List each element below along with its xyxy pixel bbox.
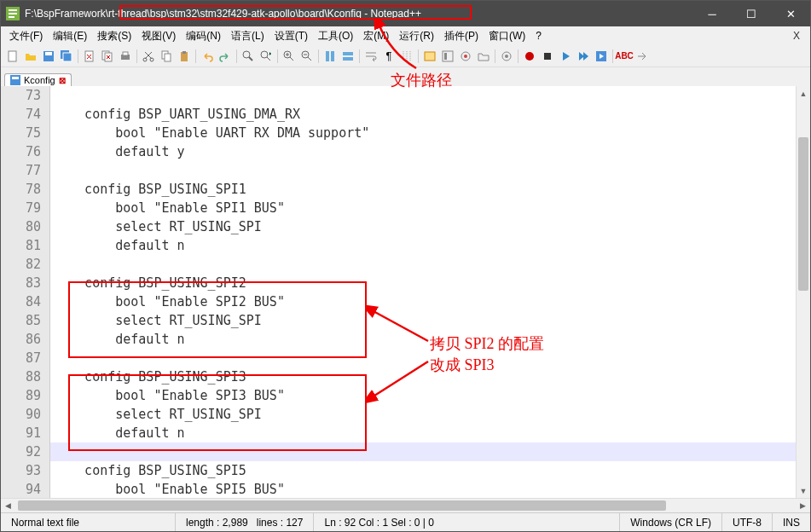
paste-icon[interactable] — [176, 48, 193, 65]
save-all-icon[interactable] — [58, 48, 75, 65]
svg-rect-24 — [326, 51, 329, 61]
func-list-icon[interactable] — [457, 48, 474, 65]
sync-v-icon[interactable] — [322, 48, 339, 65]
cut-icon[interactable] — [140, 48, 157, 65]
status-file-type: Normal text file — [1, 513, 176, 531]
horizontal-scrollbar[interactable]: ◀ ▶ — [1, 498, 810, 512]
code-line[interactable]: config BSP_UART_USING_DMA_RX — [50, 105, 810, 124]
doc-map-icon[interactable] — [439, 48, 456, 65]
annotation-text-path: 文件路径 — [391, 70, 452, 90]
replace-icon[interactable] — [258, 48, 275, 65]
scroll-right-arrow[interactable]: ▶ — [796, 499, 810, 512]
scroll-down-arrow[interactable]: ▼ — [797, 483, 810, 498]
code-line[interactable] — [50, 255, 810, 274]
copy-icon[interactable] — [158, 48, 175, 65]
editor-area[interactable]: 7374757677787980818283848586878889909192… — [1, 86, 810, 498]
code-line[interactable]: default n — [50, 424, 810, 442]
svg-rect-27 — [343, 57, 353, 61]
menu-plugins[interactable]: 插件(P) — [439, 29, 484, 43]
code-line[interactable]: default n — [50, 236, 810, 255]
menu-tools[interactable]: 工具(O) — [313, 29, 358, 43]
maximize-button[interactable]: ☐ — [732, 1, 771, 26]
menu-close-x[interactable]: X — [786, 30, 807, 42]
scroll-thumb-h[interactable] — [18, 500, 666, 511]
record-icon[interactable] — [521, 48, 538, 65]
window-title: F:\BspFramework\rt-thread\bsp\stm32\stm3… — [25, 8, 692, 20]
svg-rect-17 — [165, 54, 171, 61]
tab-close-icon[interactable]: ⊠ — [59, 76, 66, 85]
svg-rect-4 — [9, 51, 16, 61]
close-file-icon[interactable] — [81, 48, 98, 65]
code-line[interactable]: select RT_USING_SPI — [50, 217, 810, 236]
menu-settings[interactable]: 设置(T) — [269, 29, 313, 43]
annotation-arrow-spi2 — [367, 305, 435, 348]
code-area[interactable]: config BSP_UART_USING_DMA_RX bool "Enabl… — [50, 86, 810, 498]
monitor-icon[interactable] — [498, 48, 515, 65]
menu-language[interactable]: 语言(L) — [226, 29, 269, 43]
folder-view-icon[interactable] — [475, 48, 492, 65]
save-macro-icon[interactable] — [593, 48, 610, 65]
line-number: 89 — [1, 386, 50, 405]
code-line[interactable]: config BSP_USING_SPI5 — [50, 461, 810, 480]
scroll-left-arrow[interactable]: ◀ — [1, 499, 15, 512]
line-number: 93 — [1, 461, 50, 480]
line-number: 74 — [1, 105, 50, 124]
svg-rect-25 — [331, 51, 334, 61]
save-icon[interactable] — [40, 48, 57, 65]
svg-rect-3 — [9, 16, 14, 18]
zoom-in-icon[interactable] — [281, 48, 298, 65]
code-line[interactable]: bool "Enable SPI5 BUS" — [50, 480, 810, 498]
code-line[interactable] — [50, 442, 810, 461]
play-multi-icon[interactable] — [575, 48, 592, 65]
code-line[interactable]: bool "Enable SPI1 BUS" — [50, 199, 810, 217]
menu-window[interactable]: 窗口(W) — [484, 29, 530, 43]
code-line[interactable]: select RT_USING_SPI — [50, 405, 810, 424]
svg-rect-29 — [443, 51, 453, 61]
line-number: 76 — [1, 142, 50, 161]
menu-help[interactable]: ? — [530, 30, 547, 42]
line-number: 82 — [1, 255, 50, 274]
menu-file[interactable]: 文件(F) — [4, 29, 48, 43]
menu-search[interactable]: 搜索(S) — [92, 29, 136, 43]
code-line[interactable]: config BSP_USING_SPI1 — [50, 180, 810, 199]
tab-kconfig[interactable]: Kconfig ⊠ — [4, 73, 72, 86]
status-encoding: UTF-8 — [722, 513, 773, 531]
svg-rect-39 — [12, 77, 19, 79]
close-button[interactable]: ✕ — [771, 1, 810, 26]
line-number: 77 — [1, 161, 50, 180]
find-icon[interactable] — [240, 48, 257, 65]
svg-point-35 — [525, 52, 534, 61]
sync-h-icon[interactable] — [339, 48, 356, 65]
stop-icon[interactable] — [539, 48, 556, 65]
line-number: 87 — [1, 349, 50, 367]
close-all-icon[interactable] — [99, 48, 116, 65]
scroll-thumb-v[interactable] — [798, 137, 808, 291]
open-file-icon[interactable] — [22, 48, 39, 65]
zoom-out-icon[interactable] — [298, 48, 316, 65]
vertical-scrollbar[interactable]: ▲ ▼ — [796, 86, 810, 498]
line-number: 79 — [1, 199, 50, 217]
line-number: 88 — [1, 367, 50, 386]
code-line[interactable]: bool "Enable UART RX DMA support" — [50, 124, 810, 142]
redo-icon[interactable] — [217, 48, 234, 65]
new-file-icon[interactable] — [4, 48, 21, 65]
code-line[interactable] — [50, 161, 810, 180]
menu-edit[interactable]: 编辑(E) — [48, 29, 92, 43]
menu-view[interactable]: 视图(V) — [136, 29, 181, 43]
menu-encoding[interactable]: 编码(N) — [181, 29, 226, 43]
spellcheck-next-icon[interactable] — [634, 48, 651, 65]
play-icon[interactable] — [557, 48, 574, 65]
code-line[interactable]: config BSP_USING_SPI2 — [50, 274, 810, 292]
undo-icon[interactable] — [199, 48, 216, 65]
spellcheck-icon[interactable]: ABC — [616, 48, 633, 65]
svg-rect-13 — [123, 52, 128, 55]
print-icon[interactable] — [117, 48, 134, 65]
svg-point-34 — [505, 55, 508, 58]
svg-rect-28 — [425, 52, 435, 61]
minimize-button[interactable]: ─ — [692, 1, 732, 26]
scroll-up-arrow[interactable]: ▲ — [797, 86, 810, 101]
line-number: 83 — [1, 274, 50, 292]
line-number: 73 — [1, 86, 50, 105]
code-line[interactable]: default y — [50, 142, 810, 161]
svg-rect-30 — [444, 53, 447, 60]
